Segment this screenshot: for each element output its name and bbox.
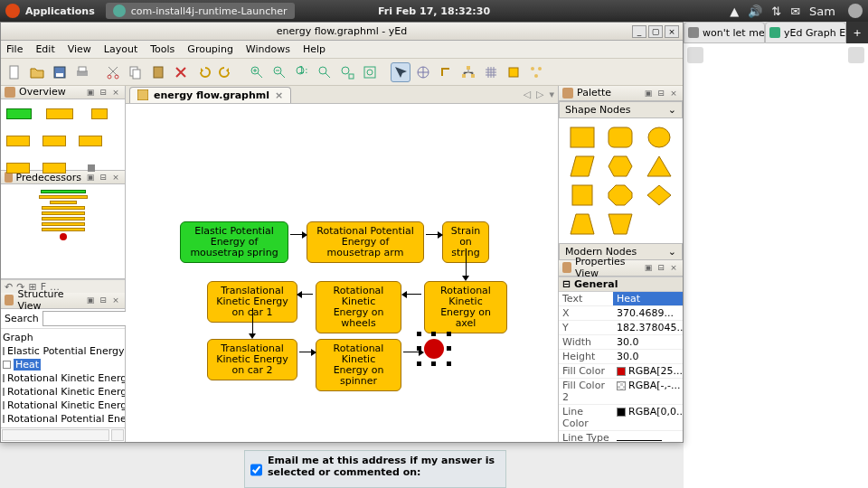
close-button[interactable]: × <box>665 25 679 38</box>
network-icon[interactable]: ⇅ <box>771 5 781 18</box>
property-value[interactable]: 370.4689... <box>613 306 683 320</box>
panel-close-button[interactable]: × <box>110 172 121 183</box>
panel-pin-button[interactable]: ⊟ <box>98 172 108 183</box>
maximize-button[interactable]: ▢ <box>648 25 663 38</box>
property-value[interactable]: 30.0 <box>613 335 683 349</box>
property-row[interactable]: Line Type <box>559 431 683 442</box>
title-bar[interactable]: energy flow.graphml - yEd _ ▢ × <box>1 23 683 41</box>
pred-tool[interactable]: ↶ <box>5 281 13 293</box>
panel-undock-button[interactable]: ▣ <box>643 262 654 273</box>
graph-canvas[interactable]: Elastic Potential Energy of mousetrap sp… <box>126 104 558 442</box>
menu-windows[interactable]: Windows <box>246 43 290 55</box>
volume-icon[interactable]: 🔊 <box>748 5 762 18</box>
property-row[interactable]: X370.4689... <box>559 306 683 321</box>
document-tab[interactable]: energy flow.graphml × <box>129 87 291 103</box>
new-doc-button[interactable] <box>5 62 24 82</box>
menu-file[interactable]: File <box>6 43 23 55</box>
property-row[interactable]: Fill ColorRGBA[25... <box>559 364 683 379</box>
property-row[interactable]: Fill Color 2RGBA[-,-... <box>559 379 683 405</box>
property-value[interactable]: 182.378045... <box>613 321 683 334</box>
property-row[interactable]: Width30.0 <box>559 335 683 350</box>
property-row[interactable]: Line ColorRGBA[0,0... <box>559 405 683 431</box>
menu-edit[interactable]: Edit <box>35 43 54 55</box>
tab-list-button[interactable]: ▾ <box>549 89 554 100</box>
property-row[interactable]: TextHeat <box>559 292 683 306</box>
menu-tools[interactable]: Tools <box>150 43 175 55</box>
tab-nav-next[interactable]: ▷ <box>536 89 543 100</box>
copy-button[interactable] <box>126 62 146 82</box>
shape-square[interactable] <box>569 183 596 207</box>
palette-panel-header[interactable]: Palette ▣⊟× <box>559 86 683 101</box>
edit-mode-button[interactable] <box>391 62 410 82</box>
snap-lines-button[interactable] <box>504 62 524 82</box>
graph-node[interactable]: Rotational Kinetic Energy on wheels <box>316 281 401 333</box>
shape-trapezoid2[interactable] <box>607 212 634 236</box>
wrench-icon[interactable] <box>848 47 864 63</box>
shape-trapezoid[interactable] <box>569 212 596 236</box>
tree-item[interactable]: Heat <box>14 359 41 371</box>
shape-diamond[interactable] <box>646 183 673 207</box>
graph-node[interactable]: Elastic Potential Energy of mousetrap sp… <box>180 221 288 263</box>
user-name[interactable]: Sam <box>809 5 835 18</box>
tree-item[interactable]: Rotational Potential Energy o <box>7 413 125 425</box>
tree-item[interactable]: Elastic Potential Energy of m <box>7 345 125 357</box>
predecessors-panel[interactable] <box>1 184 125 279</box>
shape-triangle[interactable] <box>646 155 673 178</box>
shape-roundrect[interactable] <box>607 126 634 149</box>
panel-close-button[interactable]: × <box>110 295 121 305</box>
power-icon[interactable] <box>848 4 863 18</box>
property-value[interactable]: Heat <box>613 292 683 305</box>
email-notify-checkbox[interactable] <box>250 456 262 483</box>
property-value[interactable]: RGBA[0,0... <box>613 405 683 430</box>
redo-button[interactable] <box>216 62 236 82</box>
zoom-in-button[interactable] <box>247 62 267 82</box>
clock[interactable]: Fri Feb 17, 18:32:30 <box>378 5 490 17</box>
applications-menu[interactable]: Applications <box>25 5 95 17</box>
star-icon[interactable] <box>687 47 703 63</box>
mail-icon[interactable]: ✉ <box>790 5 800 18</box>
fit-content-button[interactable] <box>360 62 380 82</box>
overview-panel[interactable] <box>1 99 125 172</box>
panel-undock-button[interactable]: ▣ <box>85 87 96 98</box>
undo-button[interactable] <box>193 62 213 82</box>
hierarchy-button[interactable] <box>458 62 478 82</box>
panel-close-button[interactable]: × <box>110 87 121 98</box>
shape-rect[interactable] <box>569 126 596 149</box>
browser-tab[interactable]: yEd Graph Editor <box>765 22 846 43</box>
new-tab-button[interactable]: + <box>846 22 868 43</box>
zoom-reset-button[interactable]: 1:1 <box>292 62 312 82</box>
browser-tab[interactable]: won't let me w <box>684 22 765 43</box>
predecessors-panel-header[interactable]: Predecessors ▣⊟× <box>1 171 125 184</box>
save-button[interactable] <box>50 62 70 82</box>
graph-node[interactable]: Rotational Kinetic Energy on axel <box>424 281 507 333</box>
menu-grouping[interactable]: Grouping <box>187 43 233 55</box>
panel-close-button[interactable]: × <box>668 88 679 99</box>
panel-undock-button[interactable]: ▣ <box>85 172 96 183</box>
minimize-button[interactable]: _ <box>632 25 646 38</box>
delete-button[interactable] <box>171 62 191 82</box>
print-button[interactable] <box>72 62 92 82</box>
snap-grid-button[interactable] <box>481 62 501 82</box>
ubuntu-logo-icon[interactable] <box>5 4 20 18</box>
tree-item[interactable]: Rotational Kinetic Energy on <box>7 399 125 411</box>
property-value[interactable]: 30.0 <box>613 350 683 363</box>
structure-scrollbar[interactable] <box>1 427 125 442</box>
panel-pin-button[interactable]: ⊟ <box>656 88 666 99</box>
shape-parallelogram[interactable] <box>569 155 596 178</box>
tree-item[interactable]: Rotational Kinetic Energy on <box>7 386 125 398</box>
panel-undock-button[interactable]: ▣ <box>85 295 96 305</box>
properties-panel-header[interactable]: Properties View ▣⊟× <box>559 260 683 277</box>
panel-undock-button[interactable]: ▣ <box>643 88 654 99</box>
graph-node[interactable]: Rotational Kinetic Energy on spinner <box>316 339 401 391</box>
property-value[interactable]: RGBA[-,-... <box>613 379 683 404</box>
panel-pin-button[interactable]: ⊟ <box>98 87 108 98</box>
shape-hexagon[interactable] <box>607 155 634 178</box>
property-value[interactable]: RGBA[25... <box>613 364 683 378</box>
graph-node[interactable]: Translational Kinetic Energy on car 2 <box>207 339 297 380</box>
menu-view[interactable]: View <box>68 43 91 55</box>
layout-button[interactable] <box>526 62 546 82</box>
panel-close-button[interactable]: × <box>668 262 679 273</box>
open-button[interactable] <box>27 62 47 82</box>
shape-octagon[interactable] <box>607 183 634 207</box>
zoom-selection-button[interactable] <box>337 62 357 82</box>
